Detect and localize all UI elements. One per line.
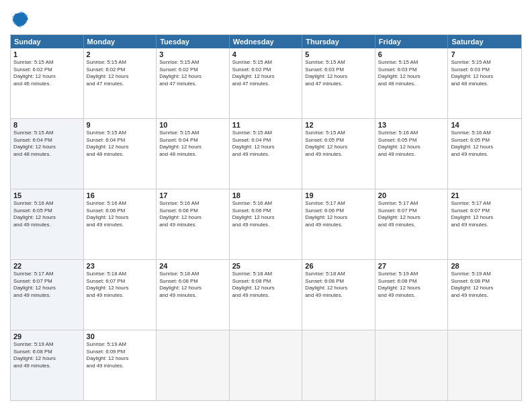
day-number: 2 <box>87 50 154 58</box>
header-day-friday: Friday <box>375 35 449 48</box>
cell-content: Sunrise: 5:15 AM Sunset: 6:04 PM Dayligh… <box>13 130 81 158</box>
day-number: 23 <box>87 262 154 270</box>
cell-content: Sunrise: 5:17 AM Sunset: 6:07 PM Dayligh… <box>378 200 445 228</box>
cell-content: Sunrise: 5:16 AM Sunset: 6:06 PM Dayligh… <box>87 200 154 228</box>
cell-content: Sunrise: 5:18 AM Sunset: 6:07 PM Dayligh… <box>87 271 154 299</box>
cell-content: Sunrise: 5:18 AM Sunset: 6:08 PM Dayligh… <box>232 271 300 299</box>
day-number: 27 <box>378 262 445 270</box>
day-number: 12 <box>305 121 372 129</box>
cell-content: Sunrise: 5:15 AM Sunset: 6:03 PM Dayligh… <box>305 59 372 87</box>
table-row: 3Sunrise: 5:15 AM Sunset: 6:02 PM Daylig… <box>157 48 230 118</box>
logo <box>10 10 32 29</box>
table-row: 30Sunrise: 5:19 AM Sunset: 6:09 PM Dayli… <box>84 330 157 400</box>
table-row: 20Sunrise: 5:17 AM Sunset: 6:07 PM Dayli… <box>375 189 449 259</box>
cell-content: Sunrise: 5:15 AM Sunset: 6:02 PM Dayligh… <box>13 59 81 87</box>
day-number: 29 <box>13 332 81 340</box>
cell-content: Sunrise: 5:19 AM Sunset: 6:09 PM Dayligh… <box>87 341 154 369</box>
day-number: 18 <box>232 191 300 199</box>
day-number: 11 <box>232 121 300 129</box>
cell-content: Sunrise: 5:16 AM Sunset: 6:05 PM Dayligh… <box>451 130 519 158</box>
table-row: 12Sunrise: 5:15 AM Sunset: 6:05 PM Dayli… <box>302 119 375 189</box>
day-number: 24 <box>159 262 226 270</box>
header-day-monday: Monday <box>84 35 157 48</box>
cell-content: Sunrise: 5:15 AM Sunset: 6:02 PM Dayligh… <box>159 59 226 87</box>
cell-content: Sunrise: 5:15 AM Sunset: 6:03 PM Dayligh… <box>378 59 445 87</box>
table-row: 21Sunrise: 5:17 AM Sunset: 6:07 PM Dayli… <box>448 189 521 259</box>
table-row: 1Sunrise: 5:15 AM Sunset: 6:02 PM Daylig… <box>11 48 84 118</box>
table-row: 27Sunrise: 5:19 AM Sunset: 6:08 PM Dayli… <box>375 260 449 330</box>
cell-content: Sunrise: 5:15 AM Sunset: 6:02 PM Dayligh… <box>87 59 154 87</box>
day-number: 8 <box>13 121 81 129</box>
table-row: 18Sunrise: 5:16 AM Sunset: 6:06 PM Dayli… <box>230 189 303 259</box>
table-row: 13Sunrise: 5:16 AM Sunset: 6:05 PM Dayli… <box>375 119 449 189</box>
table-row: 23Sunrise: 5:18 AM Sunset: 6:07 PM Dayli… <box>84 260 157 330</box>
table-row: 26Sunrise: 5:18 AM Sunset: 6:08 PM Dayli… <box>302 260 375 330</box>
table-row <box>230 330 303 400</box>
cell-content: Sunrise: 5:16 AM Sunset: 6:05 PM Dayligh… <box>13 200 81 228</box>
cell-content: Sunrise: 5:19 AM Sunset: 6:08 PM Dayligh… <box>378 271 445 299</box>
table-row: 24Sunrise: 5:18 AM Sunset: 6:08 PM Dayli… <box>157 260 230 330</box>
calendar-row-2: 8Sunrise: 5:15 AM Sunset: 6:04 PM Daylig… <box>11 118 521 189</box>
day-number: 15 <box>13 191 81 199</box>
table-row: 4Sunrise: 5:15 AM Sunset: 6:02 PM Daylig… <box>230 48 303 118</box>
cell-content: Sunrise: 5:17 AM Sunset: 6:06 PM Dayligh… <box>305 200 372 228</box>
table-row: 17Sunrise: 5:16 AM Sunset: 6:06 PM Dayli… <box>157 189 230 259</box>
cell-content: Sunrise: 5:16 AM Sunset: 6:05 PM Dayligh… <box>378 130 445 158</box>
day-number: 19 <box>305 191 372 199</box>
header-day-wednesday: Wednesday <box>230 35 303 48</box>
calendar-row-1: 1Sunrise: 5:15 AM Sunset: 6:02 PM Daylig… <box>11 48 521 118</box>
day-number: 26 <box>305 262 372 270</box>
table-row: 10Sunrise: 5:15 AM Sunset: 6:04 PM Dayli… <box>157 119 230 189</box>
day-number: 9 <box>87 121 154 129</box>
day-number: 6 <box>378 50 445 58</box>
day-number: 13 <box>378 121 445 129</box>
table-row: 7Sunrise: 5:15 AM Sunset: 6:03 PM Daylig… <box>448 48 521 118</box>
day-number: 4 <box>232 50 300 58</box>
cell-content: Sunrise: 5:15 AM Sunset: 6:04 PM Dayligh… <box>232 130 300 158</box>
calendar-row-5: 29Sunrise: 5:19 AM Sunset: 6:08 PM Dayli… <box>11 330 521 400</box>
table-row: 28Sunrise: 5:19 AM Sunset: 6:08 PM Dayli… <box>448 260 521 330</box>
day-number: 16 <box>87 191 154 199</box>
day-number: 1 <box>13 50 81 58</box>
table-row: 19Sunrise: 5:17 AM Sunset: 6:06 PM Dayli… <box>302 189 375 259</box>
calendar: SundayMondayTuesdayWednesdayThursdayFrid… <box>10 34 522 401</box>
cell-content: Sunrise: 5:16 AM Sunset: 6:06 PM Dayligh… <box>232 200 300 228</box>
table-row: 2Sunrise: 5:15 AM Sunset: 6:02 PM Daylig… <box>84 48 157 118</box>
table-row: 15Sunrise: 5:16 AM Sunset: 6:05 PM Dayli… <box>11 189 84 259</box>
day-number: 14 <box>451 121 519 129</box>
calendar-row-4: 22Sunrise: 5:17 AM Sunset: 6:07 PM Dayli… <box>11 259 521 330</box>
table-row: 5Sunrise: 5:15 AM Sunset: 6:03 PM Daylig… <box>302 48 375 118</box>
table-row <box>375 330 449 400</box>
cell-content: Sunrise: 5:16 AM Sunset: 6:06 PM Dayligh… <box>159 200 226 228</box>
day-number: 3 <box>159 50 226 58</box>
cell-content: Sunrise: 5:17 AM Sunset: 6:07 PM Dayligh… <box>451 200 519 228</box>
header <box>10 10 522 29</box>
table-row: 8Sunrise: 5:15 AM Sunset: 6:04 PM Daylig… <box>11 119 84 189</box>
cell-content: Sunrise: 5:15 AM Sunset: 6:05 PM Dayligh… <box>305 130 372 158</box>
table-row: 22Sunrise: 5:17 AM Sunset: 6:07 PM Dayli… <box>11 260 84 330</box>
cell-content: Sunrise: 5:18 AM Sunset: 6:08 PM Dayligh… <box>305 271 372 299</box>
day-number: 20 <box>378 191 445 199</box>
day-number: 5 <box>305 50 372 58</box>
table-row: 6Sunrise: 5:15 AM Sunset: 6:03 PM Daylig… <box>375 48 449 118</box>
header-day-sunday: Sunday <box>11 35 84 48</box>
table-row: 9Sunrise: 5:15 AM Sunset: 6:04 PM Daylig… <box>84 119 157 189</box>
header-day-thursday: Thursday <box>302 35 375 48</box>
calendar-body: 1Sunrise: 5:15 AM Sunset: 6:02 PM Daylig… <box>11 48 521 400</box>
table-row: 16Sunrise: 5:16 AM Sunset: 6:06 PM Dayli… <box>84 189 157 259</box>
cell-content: Sunrise: 5:19 AM Sunset: 6:08 PM Dayligh… <box>451 271 519 299</box>
day-number: 25 <box>232 262 300 270</box>
table-row: 25Sunrise: 5:18 AM Sunset: 6:08 PM Dayli… <box>230 260 303 330</box>
table-row <box>157 330 230 400</box>
cell-content: Sunrise: 5:15 AM Sunset: 6:03 PM Dayligh… <box>451 59 519 87</box>
table-row: 11Sunrise: 5:15 AM Sunset: 6:04 PM Dayli… <box>230 119 303 189</box>
day-number: 10 <box>159 121 226 129</box>
calendar-row-3: 15Sunrise: 5:16 AM Sunset: 6:05 PM Dayli… <box>11 189 521 259</box>
day-number: 22 <box>13 262 81 270</box>
cell-content: Sunrise: 5:17 AM Sunset: 6:07 PM Dayligh… <box>13 271 81 299</box>
day-number: 30 <box>87 332 154 340</box>
table-row: 29Sunrise: 5:19 AM Sunset: 6:08 PM Dayli… <box>11 330 84 400</box>
cell-content: Sunrise: 5:15 AM Sunset: 6:04 PM Dayligh… <box>159 130 226 158</box>
header-day-saturday: Saturday <box>448 35 521 48</box>
logo-icon <box>10 10 29 29</box>
